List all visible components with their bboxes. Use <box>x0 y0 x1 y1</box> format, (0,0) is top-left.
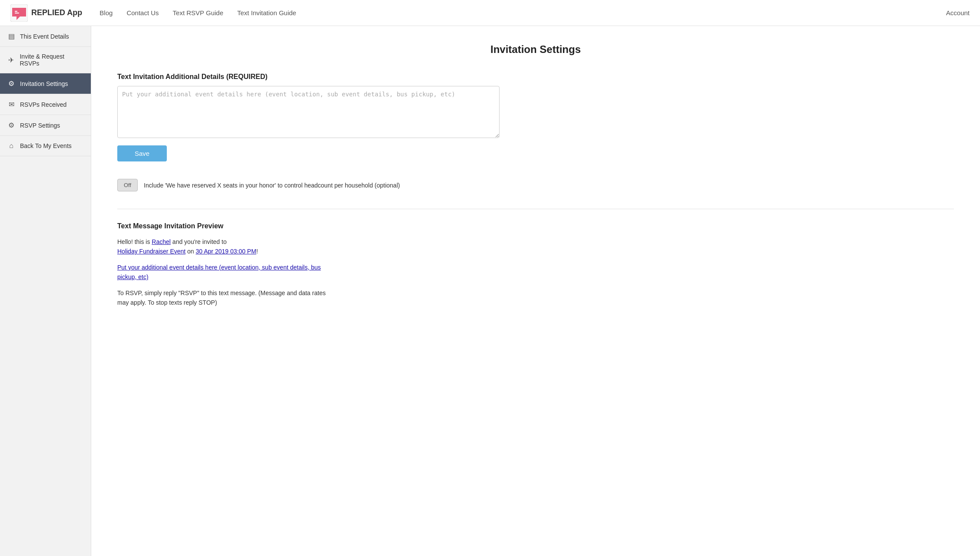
preview-text: Hello! this is Rachel and you're invited… <box>117 237 334 307</box>
settings-icon: ⚙ <box>7 121 16 129</box>
header-nav: Blog Contact Us Text RSVP Guide Text Inv… <box>99 9 946 16</box>
home-icon: ⌂ <box>7 142 16 150</box>
document-icon: ▤ <box>7 32 16 40</box>
preview-on: on <box>185 248 195 255</box>
replied-app-logo-icon <box>10 4 28 22</box>
additional-details-textarea[interactable] <box>117 86 500 138</box>
preview-name[interactable]: Rachel <box>152 238 171 245</box>
svg-rect-3 <box>15 13 19 13</box>
preview-hello: Hello! this is <box>117 238 152 245</box>
preview-additional-details: Put your additional event details here (… <box>117 263 334 282</box>
sidebar-item-invite-request-rsvps[interactable]: ✈ Invite & Request RSVPs <box>0 47 91 73</box>
page-layout: ▤ This Event Details ✈ Invite & Request … <box>0 26 980 556</box>
toggle-off-button[interactable]: Off <box>117 179 138 191</box>
page-title: Invitation Settings <box>117 43 954 56</box>
send-icon: ✈ <box>7 56 15 64</box>
gear-icon: ⚙ <box>7 79 16 88</box>
toggle-label: Include 'We have reserved X seats in you… <box>144 182 400 189</box>
account-link[interactable]: Account <box>946 9 970 16</box>
sidebar: ▤ This Event Details ✈ Invite & Request … <box>0 26 91 556</box>
preview-event-name[interactable]: Holiday Fundraiser Event <box>117 248 185 255</box>
envelope-icon: ✉ <box>7 100 16 109</box>
nav-text-invitation-guide[interactable]: Text Invitation Guide <box>237 9 296 16</box>
text-invitation-section: Text Invitation Additional Details (REQU… <box>117 73 954 161</box>
main-content: Invitation Settings Text Invitation Addi… <box>91 26 980 556</box>
logo-text: REPLIED App <box>31 8 82 17</box>
preview-rsvp-instructions: To RSVP, simply reply "RSVP" to this tex… <box>117 288 334 308</box>
preview-details-link[interactable]: Put your additional event details here (… <box>117 264 321 280</box>
preview-line1: Hello! this is Rachel and you're invited… <box>117 237 334 257</box>
divider <box>117 209 954 209</box>
nav-contact-us[interactable]: Contact Us <box>126 9 159 16</box>
logo-link[interactable]: REPLIED App <box>10 4 82 22</box>
sidebar-item-rsvp-settings[interactable]: ⚙ RSVP Settings <box>0 115 91 136</box>
sidebar-label-invitation-settings: Invitation Settings <box>20 80 68 87</box>
nav-text-rsvp-guide[interactable]: Text RSVP Guide <box>173 9 223 16</box>
save-button[interactable]: Save <box>117 145 167 161</box>
preview-date[interactable]: 30 Apr 2019 03:00 PM <box>196 248 256 255</box>
sidebar-item-rsvps-received[interactable]: ✉ RSVPs Received <box>0 94 91 115</box>
sidebar-item-invitation-settings[interactable]: ⚙ Invitation Settings <box>0 73 91 94</box>
sidebar-label-back-to-my-events: Back To My Events <box>20 142 72 149</box>
sidebar-item-this-event-details[interactable]: ▤ This Event Details <box>0 26 91 47</box>
header: REPLIED App Blog Contact Us Text RSVP Gu… <box>0 0 980 26</box>
preview-section: Text Message Invitation Preview Hello! t… <box>117 222 954 307</box>
sidebar-label-rsvps-received: RSVPs Received <box>20 101 66 108</box>
svg-rect-2 <box>15 11 17 12</box>
nav-blog[interactable]: Blog <box>99 9 113 16</box>
sidebar-label-rsvp-settings: RSVP Settings <box>20 122 60 129</box>
sidebar-item-back-to-my-events[interactable]: ⌂ Back To My Events <box>0 136 91 156</box>
preview-title: Text Message Invitation Preview <box>117 222 954 230</box>
text-invitation-label: Text Invitation Additional Details (REQU… <box>117 73 954 81</box>
toggle-row: Off Include 'We have reserved X seats in… <box>117 179 954 191</box>
sidebar-label-invite-request-rsvps: Invite & Request RSVPs <box>20 53 84 67</box>
preview-line1b: and you're invited to <box>171 238 227 245</box>
preview-exclaim: ! <box>256 248 258 255</box>
sidebar-label-this-event-details: This Event Details <box>20 33 69 40</box>
